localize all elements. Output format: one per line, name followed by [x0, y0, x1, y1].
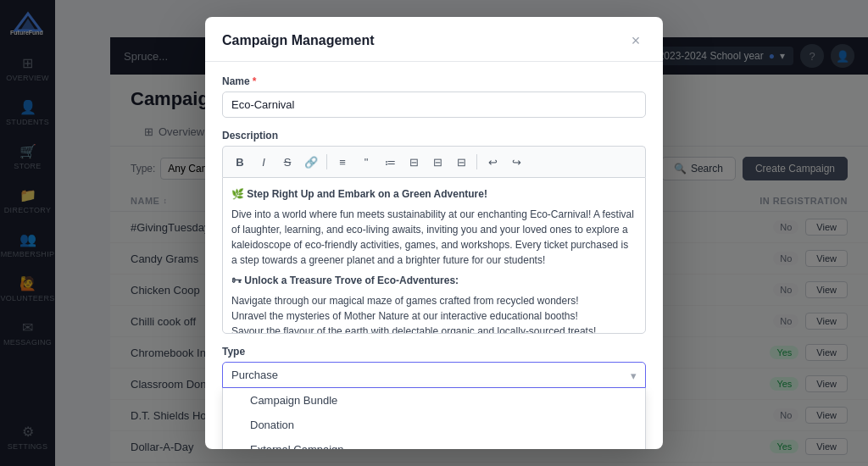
description-label-text: Description [222, 130, 278, 141]
description-field-label: Description [222, 130, 646, 141]
app-layout: FutureFund ⊞ Overview 👤 Students 🛒 Store… [0, 0, 868, 466]
campaign-management-modal: Campaign Management × Name * De [205, 17, 663, 449]
redo-button[interactable]: ↪ [506, 152, 526, 172]
type-label-text: Type [222, 346, 245, 358]
type-field-label: Type [222, 346, 646, 358]
outdent-button[interactable]: ⊟ [451, 152, 471, 172]
description-field-group: Description B I S 🔗 ≡ " ≔ ⊟ ⊟ ⊟ [222, 130, 646, 334]
align-button[interactable]: ≡ [332, 152, 353, 172]
editor-line-2: Dive into a world where fun meets sustai… [231, 207, 637, 268]
ol-button[interactable]: ⊟ [403, 152, 424, 172]
quote-button[interactable]: " [356, 152, 376, 172]
modal-header: Campaign Management × [205, 17, 663, 62]
editor-line-1: 🌿 Step Right Up and Embark on a Green Ad… [231, 186, 637, 202]
undo-button[interactable]: ↩ [482, 152, 503, 172]
italic-button[interactable]: I [253, 152, 274, 172]
link-button[interactable]: 🔗 [301, 152, 321, 172]
type-option-donation[interactable]: Donation [223, 413, 645, 437]
type-chevron-icon: ▾ [631, 369, 637, 381]
modal-close-button[interactable]: × [626, 31, 646, 51]
type-option-external-campaign[interactable]: External Campaign [223, 437, 645, 449]
indent-button[interactable]: ⊟ [427, 152, 448, 172]
description-editor[interactable]: 🌿 Step Right Up and Embark on a Green Ad… [222, 177, 646, 334]
name-label-text: Name [222, 75, 250, 87]
editor-line-3: 🗝 Unlock a Treasure Trove of Eco-Adventu… [231, 273, 637, 288]
type-dropdown-list: Campaign Bundle Donation External Campai… [222, 388, 646, 449]
strikethrough-button[interactable]: S [277, 152, 298, 172]
type-selected-value: Purchase [231, 369, 278, 381]
modal-overlay[interactable]: Campaign Management × Name * De [0, 0, 868, 466]
campaign-name-input[interactable] [222, 92, 646, 118]
bold-button[interactable]: B [230, 152, 250, 172]
name-required: * [253, 75, 257, 87]
name-field-group: Name * [222, 75, 646, 118]
name-field-label: Name * [222, 75, 646, 87]
editor-line-4: Navigate through our magical maze of gam… [231, 293, 637, 334]
toolbar-divider-2 [476, 154, 477, 169]
type-field-group: Type Purchase ▾ Campaign Bundle Donation… [222, 346, 646, 388]
type-dropdown-trigger[interactable]: Purchase ▾ [222, 362, 646, 388]
toolbar-divider-1 [326, 154, 327, 169]
modal-body: Name * Description B I S 🔗 [205, 62, 663, 449]
modal-title: Campaign Management [222, 33, 375, 48]
editor-toolbar: B I S 🔗 ≡ " ≔ ⊟ ⊟ ⊟ ↩ ↪ [222, 146, 646, 177]
close-icon: × [632, 32, 641, 50]
type-option-campaign-bundle[interactable]: Campaign Bundle [223, 388, 645, 413]
type-dropdown-wrapper: Purchase ▾ Campaign Bundle Donation Exte… [222, 362, 646, 388]
ul-button[interactable]: ≔ [380, 152, 400, 172]
